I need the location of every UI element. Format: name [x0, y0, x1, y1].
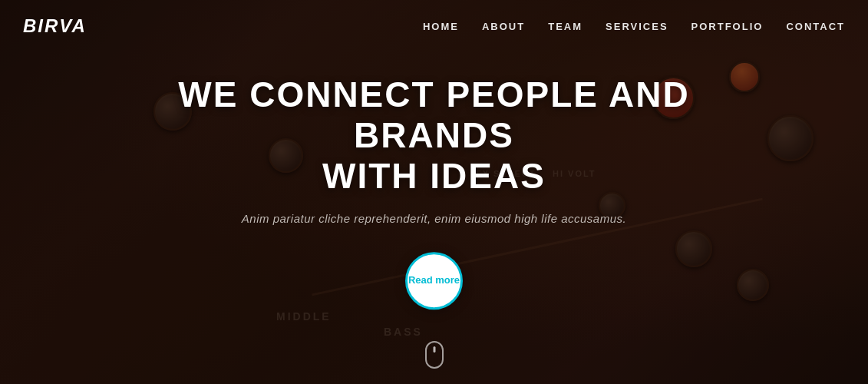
hero-section: MIDDLE BASS FX SELECT HI VOLT BIRVA HOME…: [0, 0, 868, 384]
navbar: BIRVA HOME ABOUT TEAM SERVICES PORTFOLIO…: [0, 0, 868, 52]
hero-title-line1: WE CONNECT PEOPLE AND BRANDS: [178, 74, 689, 155]
nav-item-contact[interactable]: CONTACT: [786, 19, 845, 33]
nav-item-services[interactable]: SERVICES: [606, 19, 668, 33]
nav-links: HOME ABOUT TEAM SERVICES PORTFOLIO CONTA…: [423, 19, 845, 33]
nav-link-contact[interactable]: CONTACT: [786, 21, 845, 32]
nav-link-services[interactable]: SERVICES: [606, 21, 668, 32]
nav-item-team[interactable]: TEAM: [548, 19, 583, 33]
nav-link-team[interactable]: TEAM: [548, 21, 583, 32]
mouse-icon: [425, 341, 444, 369]
nav-link-about[interactable]: ABOUT: [482, 21, 525, 32]
nav-link-portfolio[interactable]: PORTFOLIO: [691, 21, 764, 32]
nav-link-home[interactable]: HOME: [423, 21, 459, 32]
brand-logo[interactable]: BIRVA: [23, 15, 87, 37]
scroll-indicator: [425, 341, 444, 369]
hero-title: WE CONNECT PEOPLE AND BRANDS WITH IDEAS: [166, 74, 703, 197]
read-more-button[interactable]: Read more: [405, 252, 463, 310]
hero-title-line2: WITH IDEAS: [322, 156, 546, 196]
nav-item-about[interactable]: ABOUT: [482, 19, 525, 33]
hero-content: WE CONNECT PEOPLE AND BRANDS WITH IDEAS …: [166, 74, 703, 310]
nav-item-home[interactable]: HOME: [423, 19, 459, 33]
nav-item-portfolio[interactable]: PORTFOLIO: [691, 19, 764, 33]
hero-subtitle: Anim pariatur cliche reprehenderit, enim…: [166, 212, 703, 225]
mouse-wheel: [433, 346, 435, 353]
